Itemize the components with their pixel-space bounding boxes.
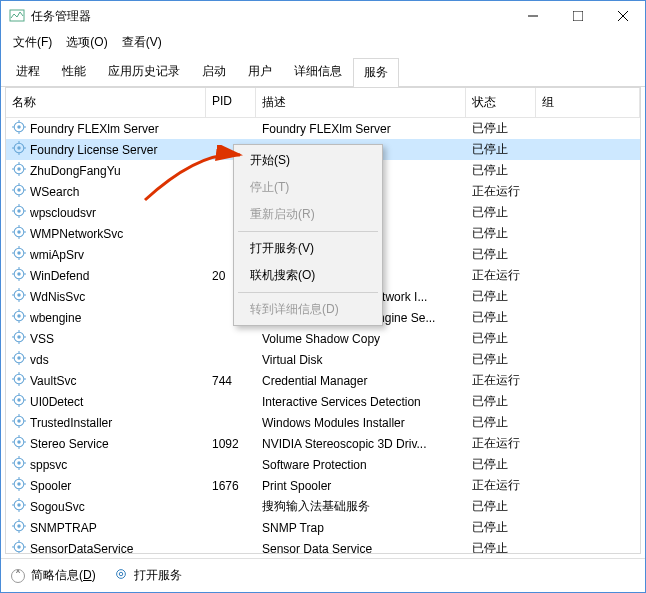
service-status: 正在运行 — [466, 477, 536, 494]
table-row[interactable]: VSSVolume Shadow Copy已停止 — [6, 328, 640, 349]
svg-point-36 — [17, 230, 21, 234]
service-name: sppsvc — [30, 458, 67, 472]
service-status: 已停止 — [466, 141, 536, 158]
service-desc: Interactive Services Detection — [256, 395, 466, 409]
service-icon — [12, 477, 26, 494]
service-icon — [12, 330, 26, 347]
close-button[interactable] — [600, 2, 645, 31]
service-icon — [12, 225, 26, 242]
table-row[interactable]: SNMPTRAPSNMP Trap已停止 — [6, 517, 640, 538]
menu-start[interactable]: 开始(S) — [236, 147, 380, 174]
svg-point-126 — [17, 545, 21, 549]
menu-view[interactable]: 查看(V) — [116, 32, 168, 53]
col-desc[interactable]: 描述 — [256, 88, 466, 117]
table-row[interactable]: vdsVirtual Disk已停止 — [6, 349, 640, 370]
table-row[interactable]: Foundry FLEXlm ServerFoundry FLEXlm Serv… — [6, 118, 640, 139]
service-desc: Foundry FLEXlm Server — [256, 122, 466, 136]
minimize-button[interactable] — [510, 2, 555, 31]
open-services-link[interactable]: 打开服务 — [114, 567, 182, 584]
tab-performance[interactable]: 性能 — [51, 57, 97, 86]
service-pid: 1676 — [206, 479, 256, 493]
col-group[interactable]: 组 — [536, 88, 640, 117]
chevron-up-icon: ˄ — [11, 569, 25, 583]
table-row[interactable]: TrustedInstallerWindows Modules Installe… — [6, 412, 640, 433]
service-icon — [12, 183, 26, 200]
service-status: 已停止 — [466, 519, 536, 536]
service-status: 正在运行 — [466, 435, 536, 452]
svg-point-114 — [17, 503, 21, 507]
service-desc: Windows Modules Installer — [256, 416, 466, 430]
brief-info-toggle[interactable]: ˄ 简略信息(D) — [11, 567, 96, 584]
column-headers: 名称 PID 描述 状态 组 — [6, 88, 640, 118]
service-status: 正在运行 — [466, 183, 536, 200]
menu-stop: 停止(T) — [236, 174, 380, 201]
col-name[interactable]: 名称 — [6, 88, 206, 117]
menu-open-services[interactable]: 打开服务(V) — [236, 235, 380, 262]
svg-point-108 — [17, 482, 21, 486]
service-name: WMPNetworkSvc — [30, 227, 123, 241]
svg-point-18 — [17, 167, 21, 171]
svg-point-48 — [17, 272, 21, 276]
tab-startup[interactable]: 启动 — [191, 57, 237, 86]
svg-point-96 — [17, 440, 21, 444]
service-status: 已停止 — [466, 225, 536, 242]
tabs: 进程 性能 应用历史记录 启动 用户 详细信息 服务 — [1, 53, 645, 87]
service-name: ZhuDongFangYu — [30, 164, 121, 178]
service-icon — [12, 162, 26, 179]
table-row[interactable]: sppsvcSoftware Protection已停止 — [6, 454, 640, 475]
service-icon — [12, 141, 26, 158]
menu-file[interactable]: 文件(F) — [7, 32, 58, 53]
service-name: Stereo Service — [30, 437, 109, 451]
table-row[interactable]: VaultSvc744Credential Manager正在运行 — [6, 370, 640, 391]
col-pid[interactable]: PID — [206, 88, 256, 117]
service-name: wmiApSrv — [30, 248, 84, 262]
service-status: 已停止 — [466, 204, 536, 221]
service-name: SensorDataService — [30, 542, 133, 554]
tab-users[interactable]: 用户 — [237, 57, 283, 86]
service-name: wpscloudsvr — [30, 206, 96, 220]
svg-point-66 — [17, 335, 21, 339]
svg-point-90 — [17, 419, 21, 423]
service-desc: Sensor Data Service — [256, 542, 466, 554]
service-desc: SNMP Trap — [256, 521, 466, 535]
service-name: Spooler — [30, 479, 71, 493]
col-status[interactable]: 状态 — [466, 88, 536, 117]
service-name: WSearch — [30, 185, 79, 199]
service-status: 已停止 — [466, 246, 536, 263]
table-row[interactable]: Stereo Service1092NVIDIA Stereoscopic 3D… — [6, 433, 640, 454]
menu-options[interactable]: 选项(O) — [60, 32, 113, 53]
service-icon — [12, 540, 26, 553]
service-status: 已停止 — [466, 162, 536, 179]
table-row[interactable]: UI0DetectInteractive Services Detection已… — [6, 391, 640, 412]
tab-details[interactable]: 详细信息 — [283, 57, 353, 86]
maximize-button[interactable] — [555, 2, 600, 31]
svg-point-72 — [17, 356, 21, 360]
svg-point-102 — [17, 461, 21, 465]
service-status: 已停止 — [466, 498, 536, 515]
service-name: UI0Detect — [30, 395, 83, 409]
service-icon — [12, 519, 26, 536]
app-icon — [9, 8, 25, 24]
menu-go-details: 转到详细信息(D) — [236, 296, 380, 323]
service-desc: Virtual Disk — [256, 353, 466, 367]
table-row[interactable]: SensorDataServiceSensor Data Service已停止 — [6, 538, 640, 553]
service-icon — [12, 120, 26, 137]
menubar: 文件(F) 选项(O) 查看(V) — [1, 31, 645, 53]
tab-history[interactable]: 应用历史记录 — [97, 57, 191, 86]
svg-point-54 — [17, 293, 21, 297]
service-status: 正在运行 — [466, 372, 536, 389]
tab-processes[interactable]: 进程 — [5, 57, 51, 86]
svg-point-131 — [116, 570, 125, 579]
service-status: 已停止 — [466, 393, 536, 410]
service-name: TrustedInstaller — [30, 416, 112, 430]
table-row[interactable]: SogouSvc搜狗输入法基础服务已停止 — [6, 496, 640, 517]
svg-point-132 — [119, 572, 123, 576]
service-name: wbengine — [30, 311, 81, 325]
tab-services[interactable]: 服务 — [353, 58, 399, 87]
menu-search-online[interactable]: 联机搜索(O) — [236, 262, 380, 289]
service-icon — [12, 498, 26, 515]
svg-point-78 — [17, 377, 21, 381]
service-status: 已停止 — [466, 351, 536, 368]
service-status: 已停止 — [466, 414, 536, 431]
table-row[interactable]: Spooler1676Print Spooler正在运行 — [6, 475, 640, 496]
